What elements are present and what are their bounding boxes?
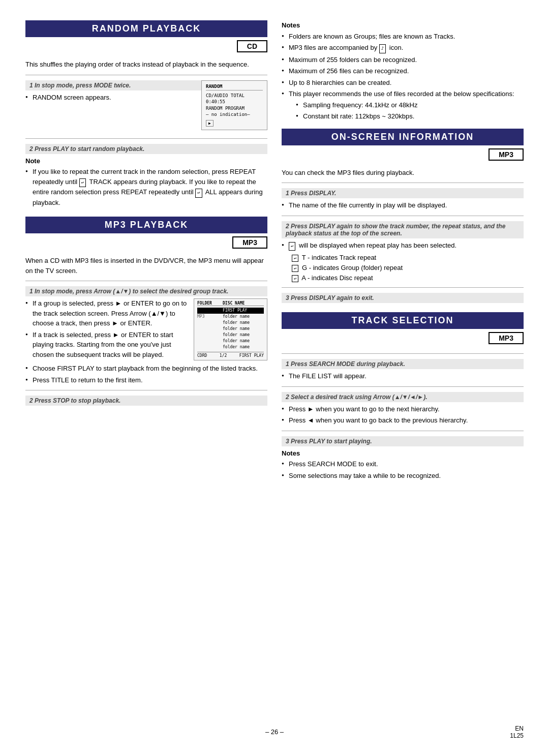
on-screen-step3-label: 3 Press DISPLAY again to exit. <box>282 293 524 303</box>
note-block: Note If you like to repeat the current t… <box>25 156 267 208</box>
repeat-icons-list: ↩ T - indicates Track repeat ↩ G - indic… <box>282 254 524 282</box>
track-step2-label: 2 Select a desired track using Arrow (▲/… <box>282 392 524 402</box>
repeat-track: ↩ T - indicates Track repeat <box>292 254 524 262</box>
on-screen-step1-label: 1 Press DISPLAY. <box>282 188 524 198</box>
divider-6 <box>282 216 524 216</box>
track-bullet2-1: Press ◄ when you want to go back to the … <box>282 415 524 426</box>
on-screen-title: ON-SCREEN INFORMATION <box>282 129 524 145</box>
mp3-step1-block: FOLDER DISC NAME FIRST PLAY MP3 folder n… <box>25 298 267 364</box>
track-bullet1: The FILE LIST will appear. <box>282 371 524 381</box>
left-column: RANDOM PLAYBACK CD This shuffles the pla… <box>25 20 267 718</box>
on-screen-badge-block: MP3 <box>282 149 524 165</box>
mp3-notes-section: Notes Folders are known as Groups; files… <box>282 20 524 122</box>
notes-mp3-spec-0: Sampling frequency: 44.1kHz or 48kHz <box>296 100 524 110</box>
track-bullet2-0: Press ► when you want to go to the next … <box>282 404 524 414</box>
notes-mp3-list: Folders are known as Groups; files are k… <box>282 32 524 122</box>
group-icon: ↩ <box>292 265 298 272</box>
track-bullets1: The FILE LIST will appear. <box>282 371 524 381</box>
mp3-intro: When a CD with MP3 files is inserted in … <box>25 256 267 276</box>
track-mp3-badge: MP3 <box>489 332 524 344</box>
screen-title: RANDOM <box>206 84 263 90</box>
divider-2 <box>25 138 267 139</box>
screen-row2: RANDOM PROGRAM <box>206 105 263 112</box>
divider-5 <box>282 183 524 183</box>
cd-badge: CD <box>237 40 267 52</box>
mp3-badge: MP3 <box>232 236 267 249</box>
notes-mp3-item-3: Maximum of 256 files can be recognized. <box>282 66 524 76</box>
on-screen-step2-label: 2 Press DISPLAY again to show the track … <box>282 221 524 238</box>
right-column: Notes Folders are known as Groups; files… <box>282 20 524 718</box>
repeat-group: ↩ G - indicates Group (folder) repeat <box>292 264 524 272</box>
track-notes-label: Notes <box>282 448 524 459</box>
mp3-bullet-1: If a track is selected, press ► or ENTER… <box>25 330 267 360</box>
divider-3 <box>25 281 267 281</box>
notes-mp3-spec-1: Constant bit rate: 112kbps ~ 320kbps. <box>296 111 524 122</box>
mp3-file-icon: ♪ <box>379 44 386 53</box>
on-screen-bullets2: ↩ will be displayed when repeat play has… <box>282 240 524 251</box>
track-icon: ↩ <box>292 255 298 262</box>
track-repeat-icon: ↩ <box>79 178 86 188</box>
mp3-bullet-3: Press TITLE to return to the first item. <box>25 375 267 385</box>
track-selection-section: TRACK SELECTION MP3 1 Press SEARCH MODE … <box>282 312 524 480</box>
mp3-playback-section: MP3 PLAYBACK MP3 When a CD with MP3 file… <box>25 217 267 406</box>
track-label: T - indicates Track repeat <box>300 254 376 261</box>
notes-mp3-item-0: Folders are known as Groups; files are k… <box>282 32 524 42</box>
page: RANDOM PLAYBACK CD This shuffles the pla… <box>0 0 549 756</box>
track-notes-list: Press SEARCH MODE to exit. Some selectio… <box>282 459 524 480</box>
on-screen-bullets1: The name of the file currently in play w… <box>282 200 524 210</box>
divider-10 <box>282 431 524 431</box>
random-screen-mockup: RANDOM CD/AUDIO TOTAL 0:40:55 RANDOM PRO… <box>201 80 267 130</box>
random-playback-badge-block: CD <box>25 41 267 56</box>
notes-mp3-item-1: MP3 files are accompanied by ♪ icon. <box>282 43 524 53</box>
screen-btn: ▶ <box>206 120 214 127</box>
code-ref: 1L25 <box>510 732 524 739</box>
lang-ref: EN <box>510 725 524 732</box>
divider-1 <box>25 75 267 75</box>
step2-label: 2 Press PLAY to start random playback. <box>25 144 267 154</box>
random-playback-section: RANDOM PLAYBACK CD This shuffles the pla… <box>25 20 267 207</box>
note-list: If you like to repeat the current track … <box>25 167 267 207</box>
note-item: If you like to repeat the current track … <box>25 167 267 207</box>
track-selection-title: TRACK SELECTION <box>282 312 524 329</box>
repeat-play-icon: ↩ <box>289 242 295 251</box>
track-note-0: Press SEARCH MODE to exit. <box>282 459 524 469</box>
step1-bullet: RANDOM screen appears. <box>25 93 267 103</box>
divider-8 <box>282 353 524 354</box>
track-bullets2: Press ► when you want to go to the next … <box>282 404 524 426</box>
track-badge-block: MP3 <box>282 333 524 348</box>
mp3-playback-title: MP3 PLAYBACK <box>25 217 267 233</box>
mp3-badge-block: MP3 <box>25 237 267 253</box>
notes-mp3-specs: Sampling frequency: 44.1kHz or 48kHz Con… <box>289 100 524 122</box>
disc-label: A - indicates Disc repeat <box>300 274 373 282</box>
disc-icon: ↩ <box>292 275 298 282</box>
on-screen-mp3-badge: MP3 <box>489 148 524 161</box>
notes-mp3-label: Notes <box>282 20 524 31</box>
notes-mp3-item-5: This player recommends the use of files … <box>282 89 524 122</box>
on-screen-intro: You can check the MP3 files during playb… <box>282 168 524 178</box>
notes-mp3-item-2: Maximum of 255 folders can be recognized… <box>282 55 524 65</box>
main-content: RANDOM PLAYBACK CD This shuffles the pla… <box>25 20 524 718</box>
repeat-disc: ↩ A - indicates Disc repeat <box>292 274 524 282</box>
random-playback-title: RANDOM PLAYBACK <box>25 20 267 37</box>
group-label: G - indicates Group (folder) repeat <box>300 264 403 271</box>
mp3-step1-label: 1 In stop mode, press Arrow (▲/▼) to sel… <box>25 286 267 296</box>
step1-bullets: RANDOM screen appears. <box>25 93 267 103</box>
mp3-bullet-2: Choose FIRST PLAY to start playback from… <box>25 364 267 374</box>
step1-block: RANDOM CD/AUDIO TOTAL 0:40:55 RANDOM PRO… <box>25 80 267 133</box>
track-step1-label: 1 Press SEARCH MODE during playback. <box>282 359 524 369</box>
divider-7 <box>282 287 524 288</box>
on-screen-bullet1: The name of the file currently in play w… <box>282 200 524 210</box>
on-screen-section: ON-SCREEN INFORMATION MP3 You can check … <box>282 129 524 304</box>
notes-mp3-item-4: Up to 8 hierarchies can be created. <box>282 78 524 88</box>
on-screen-bullet2: ↩ will be displayed when repeat play has… <box>282 240 524 251</box>
all-repeat-icon: ↩ <box>195 189 202 198</box>
mp3-bullet-0: If a group is selected, press ► or ENTER… <box>25 298 267 328</box>
page-footer: – 26 – EN 1L25 <box>25 728 524 736</box>
mp3-step2-label: 2 Press STOP to stop playback. <box>25 396 267 406</box>
page-ref: EN 1L25 <box>510 725 524 739</box>
mp3-bullets2: Choose FIRST PLAY to start playback from… <box>25 364 267 385</box>
page-number: – 26 – <box>265 728 284 736</box>
screen-row3: – no indication– <box>206 111 263 118</box>
divider-4 <box>25 390 267 390</box>
track-note-1: Some selections may take a while to be r… <box>282 471 524 481</box>
